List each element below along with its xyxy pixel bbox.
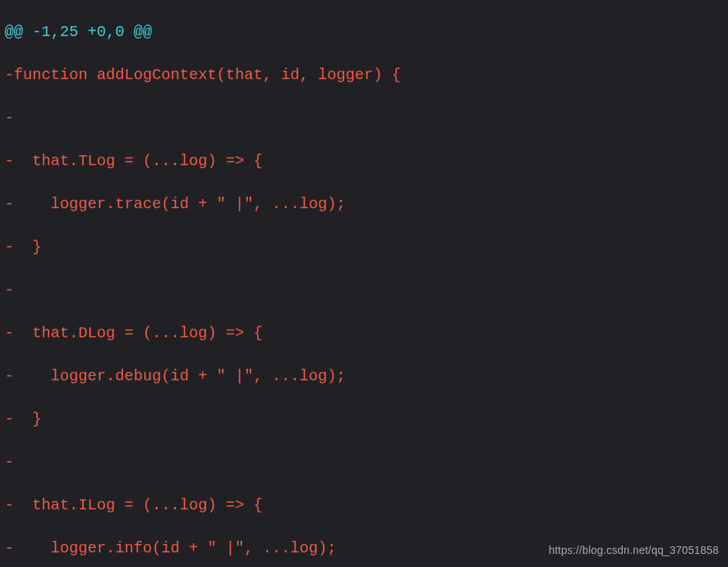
diff-line: - that.TLog = (...log) => { xyxy=(5,151,723,172)
diff-line: - } xyxy=(5,237,723,258)
diff-line: - logger.debug(id + " |", ...log); xyxy=(5,366,723,387)
diff-line: - xyxy=(5,280,723,301)
diff-line: - } xyxy=(5,409,723,430)
diff-line: - xyxy=(5,108,723,129)
diff-view: @@ -1,25 +0,0 @@ -function addLogContext… xyxy=(0,0,728,567)
watermark-text: https://blog.csdn.net/qq_37051858 xyxy=(549,539,719,561)
diff-line: -function addLogContext(that, id, logger… xyxy=(5,65,723,86)
diff-line: - that.ILog = (...log) => { xyxy=(5,495,723,516)
diff-line: - logger.trace(id + " |", ...log); xyxy=(5,194,723,215)
diff-line: - that.DLog = (...log) => { xyxy=(5,323,723,344)
diff-line: - xyxy=(5,452,723,473)
diff-hunk-header: @@ -1,25 +0,0 @@ xyxy=(5,22,723,43)
